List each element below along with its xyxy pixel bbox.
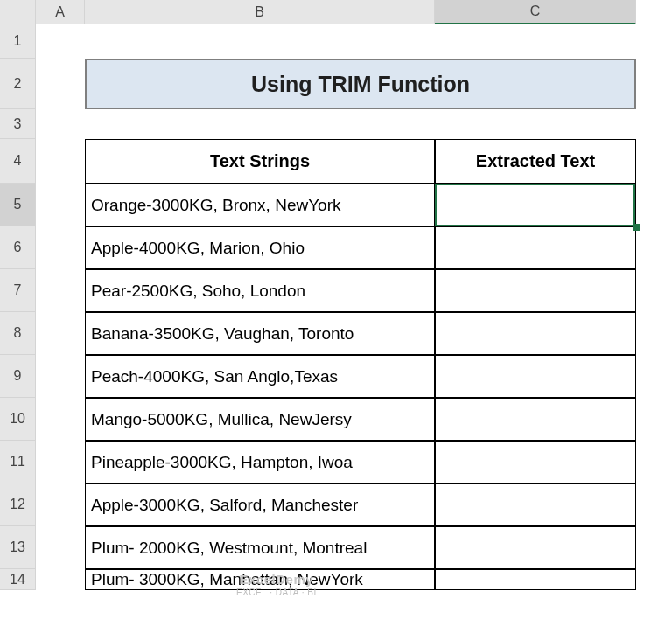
- col-header-B[interactable]: B: [85, 0, 435, 24]
- cell-B5[interactable]: Orange-3000KG, Bronx, NewYork: [85, 184, 435, 226]
- cell-C1[interactable]: [435, 24, 636, 59]
- watermark-line2: EXCEL · DATA · BI: [236, 588, 317, 597]
- row-header-14[interactable]: 14: [0, 569, 36, 590]
- cell-B8[interactable]: Banana-3500KG, Vaughan, Toronto: [85, 312, 435, 355]
- row-header-13[interactable]: 13: [0, 526, 36, 569]
- cell-A9[interactable]: [36, 355, 85, 398]
- cell-B13[interactable]: Plum- 2000KG, Westmount, Montreal: [85, 526, 435, 569]
- cell-B11[interactable]: Pineapple-3000KG, Hampton, Iwoa: [85, 441, 435, 483]
- col-header-A[interactable]: A: [36, 0, 85, 24]
- cell-B6[interactable]: Apple-4000KG, Marion, Ohio: [85, 226, 435, 269]
- cell-B9[interactable]: Peach-4000KG, San Anglo,Texas: [85, 355, 435, 398]
- cell-C8[interactable]: [435, 312, 636, 355]
- cell-C6[interactable]: [435, 226, 636, 269]
- row-header-7[interactable]: 7: [0, 269, 36, 312]
- fill-handle[interactable]: [633, 224, 640, 231]
- header-text-strings[interactable]: Text Strings: [85, 139, 435, 184]
- cell-C9[interactable]: [435, 355, 636, 398]
- cell-A10[interactable]: [36, 398, 85, 441]
- cell-C12[interactable]: [435, 483, 636, 526]
- row-header-4[interactable]: 4: [0, 139, 36, 184]
- header-extracted-text[interactable]: Extracted Text: [435, 139, 636, 184]
- cell-A4[interactable]: [36, 139, 85, 184]
- cell-C3[interactable]: [435, 109, 636, 139]
- select-all-corner[interactable]: [0, 0, 36, 24]
- row-header-8[interactable]: 8: [0, 312, 36, 355]
- title-cell[interactable]: Using TRIM Function: [85, 59, 636, 109]
- row-header-10[interactable]: 10: [0, 398, 36, 441]
- cell-A7[interactable]: [36, 269, 85, 312]
- cell-B1[interactable]: [85, 24, 435, 59]
- cell-A13[interactable]: [36, 526, 85, 569]
- cell-A14[interactable]: [36, 569, 85, 590]
- cell-A1[interactable]: [36, 24, 85, 59]
- row-header-5[interactable]: 5: [0, 184, 36, 226]
- cell-C11[interactable]: [435, 441, 636, 483]
- watermark: ExcelDemy EXCEL · DATA · BI: [236, 573, 317, 597]
- cell-C10[interactable]: [435, 398, 636, 441]
- cell-B10[interactable]: Mango-5000KG, Mullica, NewJersy: [85, 398, 435, 441]
- cell-A6[interactable]: [36, 226, 85, 269]
- spreadsheet-grid[interactable]: A B C 1 2 Using TRIM Function 3 4 Text S…: [0, 0, 672, 590]
- row-header-9[interactable]: 9: [0, 355, 36, 398]
- cell-A12[interactable]: [36, 483, 85, 526]
- cell-B7[interactable]: Pear-2500KG, Soho, London: [85, 269, 435, 312]
- row-header-1[interactable]: 1: [0, 24, 36, 59]
- cell-A3[interactable]: [36, 109, 85, 139]
- cell-C14[interactable]: [435, 569, 636, 590]
- col-header-C[interactable]: C: [435, 0, 636, 24]
- cell-B3[interactable]: [85, 109, 435, 139]
- row-header-6[interactable]: 6: [0, 226, 36, 269]
- row-header-12[interactable]: 12: [0, 483, 36, 526]
- row-header-2[interactable]: 2: [0, 59, 36, 109]
- cell-A5[interactable]: [36, 184, 85, 226]
- watermark-line1: ExcelDemy: [236, 573, 317, 588]
- cell-C13[interactable]: [435, 526, 636, 569]
- row-header-11[interactable]: 11: [0, 441, 36, 483]
- cell-B12[interactable]: Apple-3000KG, Salford, Manchester: [85, 483, 435, 526]
- cell-C7[interactable]: [435, 269, 636, 312]
- cell-A8[interactable]: [36, 312, 85, 355]
- row-header-3[interactable]: 3: [0, 109, 36, 139]
- cell-A11[interactable]: [36, 441, 85, 483]
- cell-A2[interactable]: [36, 59, 85, 109]
- cell-C5[interactable]: [435, 184, 636, 226]
